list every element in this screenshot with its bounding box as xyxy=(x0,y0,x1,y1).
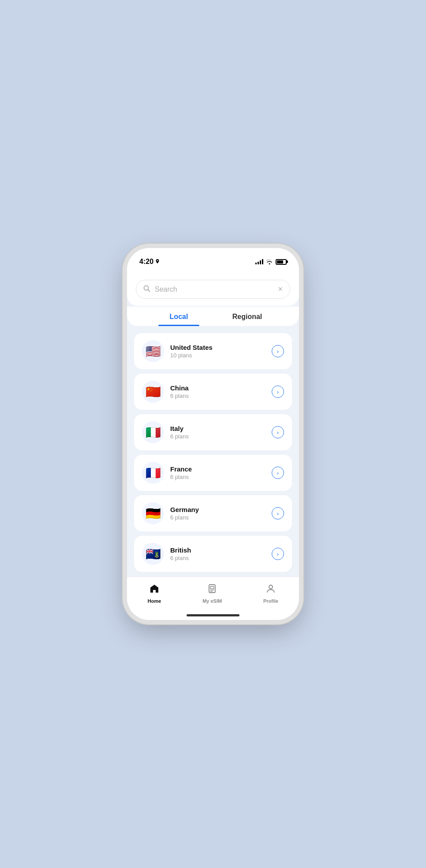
country-item-us[interactable]: 🇺🇸 United States 10 plans › xyxy=(134,333,292,369)
profile-label: Profile xyxy=(263,598,278,604)
chevron-right-vg: › xyxy=(272,548,284,560)
flag-it: 🇮🇹 xyxy=(142,421,164,443)
chevron-right-fr: › xyxy=(272,467,284,479)
nav-esim[interactable]: My eSIM xyxy=(194,582,231,605)
country-plans-vg: 6 plans xyxy=(170,555,265,561)
country-item-fr[interactable]: 🇫🇷 France 6 plans › xyxy=(134,455,292,491)
country-name-de: Germany xyxy=(170,506,265,513)
nav-profile[interactable]: Profile xyxy=(254,582,287,605)
country-plans-fr: 6 plans xyxy=(170,474,265,480)
main-content: Search × Local Regional 🇺🇸 United States… xyxy=(127,274,299,577)
home-indicator xyxy=(127,614,299,620)
search-icon xyxy=(143,285,150,294)
flag-fr: 🇫🇷 xyxy=(142,462,164,484)
list-bottom-spacer xyxy=(127,572,299,577)
country-plans-us: 10 plans xyxy=(170,352,265,359)
country-name-vg: British xyxy=(170,546,265,554)
flag-cn: 🇨🇳 xyxy=(142,381,164,403)
country-name-fr: France xyxy=(170,465,265,473)
status-icons xyxy=(255,259,287,265)
flag-us: 🇺🇸 xyxy=(142,340,164,362)
country-info-cn: China 6 plans xyxy=(170,384,265,399)
bottom-nav: Home My eSIM Profile xyxy=(127,577,299,614)
profile-icon xyxy=(265,583,276,597)
nav-home[interactable]: Home xyxy=(139,582,170,605)
home-label: Home xyxy=(148,598,161,604)
svg-line-1 xyxy=(148,289,150,291)
search-input[interactable]: Search xyxy=(155,286,273,293)
esim-icon xyxy=(207,583,217,597)
country-info-us: United States 10 plans xyxy=(170,344,265,359)
country-info-it: Italy 6 plans xyxy=(170,425,265,440)
chevron-right-cn: › xyxy=(272,386,284,398)
country-item-vg[interactable]: 🇻🇬 British 6 plans › xyxy=(134,536,292,572)
home-icon xyxy=(149,583,160,597)
country-plans-de: 6 plans xyxy=(170,514,265,521)
country-info-de: Germany 6 plans xyxy=(170,506,265,521)
chevron-right-us: › xyxy=(272,345,284,357)
home-bar xyxy=(187,614,239,616)
search-clear-icon[interactable]: × xyxy=(278,285,283,294)
tabs-container: Local Regional xyxy=(127,307,299,326)
country-name-it: Italy xyxy=(170,425,265,432)
country-list: 🇺🇸 United States 10 plans › 🇨🇳 China 6 p… xyxy=(127,326,299,572)
country-item-cn[interactable]: 🇨🇳 China 6 plans › xyxy=(134,374,292,410)
country-info-fr: France 6 plans xyxy=(170,465,265,480)
phone-frame: 4:20 xyxy=(127,248,299,620)
flag-de: 🇩🇪 xyxy=(142,502,164,524)
country-item-it[interactable]: 🇮🇹 Italy 6 plans › xyxy=(134,414,292,450)
flag-vg: 🇻🇬 xyxy=(142,543,164,565)
wifi-icon xyxy=(266,259,273,264)
svg-rect-3 xyxy=(210,586,214,589)
country-name-us: United States xyxy=(170,344,265,351)
country-info-vg: British 6 plans xyxy=(170,546,265,561)
country-item-de[interactable]: 🇩🇪 Germany 6 plans › xyxy=(134,495,292,531)
status-bar: 4:20 xyxy=(127,248,299,269)
country-plans-cn: 6 plans xyxy=(170,393,265,399)
tab-local[interactable]: Local xyxy=(145,307,213,326)
svg-point-6 xyxy=(269,585,273,589)
notch-spacer xyxy=(127,269,299,274)
time-display: 4:20 xyxy=(139,258,153,266)
chevron-right-it: › xyxy=(272,426,284,438)
signal-bars-icon xyxy=(255,259,263,264)
country-plans-it: 6 plans xyxy=(170,433,265,440)
status-time: 4:20 xyxy=(139,258,160,266)
search-bar[interactable]: Search × xyxy=(136,280,290,299)
location-icon xyxy=(155,259,160,264)
tab-regional[interactable]: Regional xyxy=(213,307,281,326)
battery-icon xyxy=(276,259,287,265)
search-area: Search × xyxy=(127,274,299,306)
chevron-right-de: › xyxy=(272,507,284,519)
esim-label: My eSIM xyxy=(202,598,222,604)
country-name-cn: China xyxy=(170,384,265,392)
